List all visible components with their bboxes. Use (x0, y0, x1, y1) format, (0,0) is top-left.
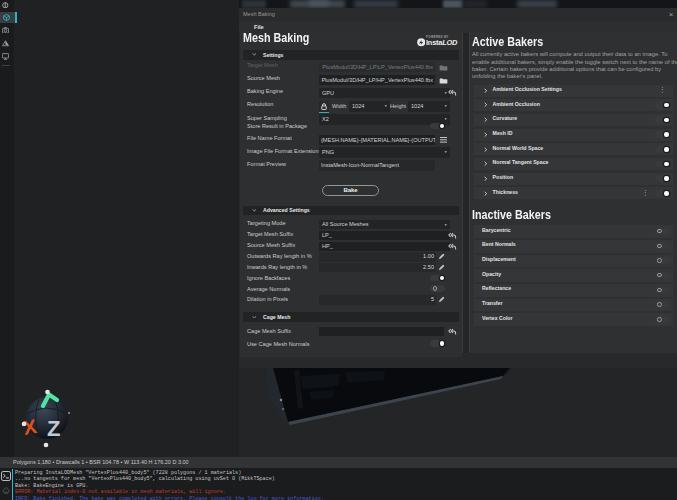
svg-text:Z: Z (47, 416, 60, 441)
